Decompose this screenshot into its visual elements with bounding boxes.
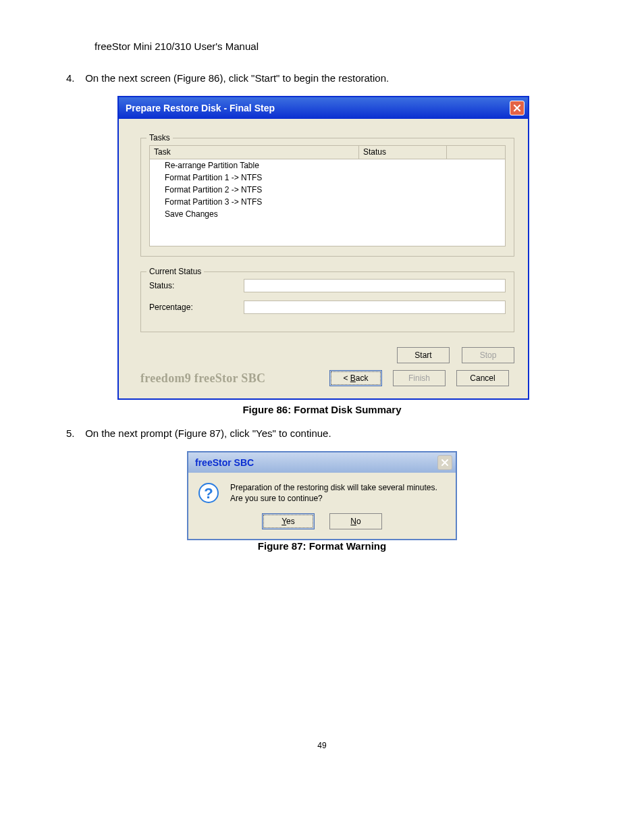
prepare-restore-dialog: Prepare Restore Disk - Final Step Tasks … bbox=[117, 96, 529, 400]
col-extra bbox=[447, 146, 505, 159]
confirm-titlebar: freeStor SBC bbox=[188, 452, 456, 473]
percentage-row: Percentage: bbox=[149, 301, 506, 314]
close-button[interactable] bbox=[437, 455, 452, 470]
tasks-group: Tasks Task Status Re-arrange Partition T… bbox=[140, 138, 514, 257]
figure-86-caption: Figure 86: Format Disk Summary bbox=[0, 404, 644, 415]
confirm-buttons: Yes No bbox=[198, 513, 446, 529]
nav-buttons: < Back Finish Cancel bbox=[329, 370, 509, 386]
task-row: Save Changes bbox=[150, 208, 505, 220]
task-row: Format Partition 3 -> NTFS bbox=[150, 196, 505, 208]
start-button[interactable]: Start bbox=[397, 347, 450, 363]
msg-line-2: Are you sure to continue? bbox=[230, 493, 437, 504]
brand-text: freedom9 freeStor SBC bbox=[140, 371, 265, 386]
page-number: 49 bbox=[0, 741, 644, 750]
step-5: 5. On the next prompt (Figure 87), click… bbox=[66, 427, 644, 439]
figure-86: Prepare Restore Disk - Final Step Tasks … bbox=[117, 96, 644, 400]
page-header: freeStor Mini 210/310 User's Manual bbox=[95, 41, 644, 52]
back-button[interactable]: < Back bbox=[329, 370, 382, 386]
back-letter: B bbox=[350, 373, 356, 383]
no-suffix: o bbox=[356, 517, 361, 526]
step-4-text: On the next screen (Figure 86), click "S… bbox=[85, 72, 389, 84]
no-letter: N bbox=[350, 517, 356, 526]
cancel-button[interactable]: Cancel bbox=[456, 370, 509, 386]
stop-button: Stop bbox=[462, 347, 514, 363]
start-stop-row: Start Stop bbox=[140, 347, 514, 363]
current-status-group: Current Status Status: Percentage: bbox=[140, 271, 514, 332]
msg-row: ? Preparation of the restoring disk will… bbox=[198, 482, 446, 504]
question-icon: ? bbox=[198, 482, 219, 504]
no-button[interactable]: No bbox=[329, 513, 382, 529]
dialog-footer: freedom9 freeStor SBC < Back Finish Canc… bbox=[140, 370, 514, 386]
step-4: 4. On the next screen (Figure 86), click… bbox=[66, 72, 644, 84]
dialog-body: Tasks Task Status Re-arrange Partition T… bbox=[119, 119, 528, 398]
confirm-body: ? Preparation of the restoring disk will… bbox=[188, 473, 456, 539]
confirm-title: freeStor SBC bbox=[195, 457, 254, 468]
task-row: Re-arrange Partition Table bbox=[150, 159, 505, 172]
status-field bbox=[244, 279, 506, 292]
col-task[interactable]: Task bbox=[150, 146, 359, 159]
yes-suffix: es bbox=[286, 517, 295, 526]
back-suffix: ack bbox=[356, 373, 369, 383]
confirm-dialog: freeStor SBC ? Preparation of the restor… bbox=[187, 451, 457, 540]
dialog-title: Prepare Restore Disk - Final Step bbox=[126, 103, 275, 113]
close-icon bbox=[441, 459, 449, 467]
task-row: Format Partition 1 -> NTFS bbox=[150, 172, 505, 184]
tasks-table-header: Task Status bbox=[150, 146, 505, 159]
step-4-number: 4. bbox=[66, 72, 82, 84]
figure-87: freeStor SBC ? Preparation of the restor… bbox=[187, 451, 644, 540]
msg-text: Preparation of the restoring disk will t… bbox=[230, 482, 437, 504]
close-icon bbox=[513, 104, 521, 112]
col-status[interactable]: Status bbox=[359, 146, 447, 159]
svg-text:?: ? bbox=[204, 485, 213, 502]
figure-87-caption: Figure 87: Format Warning bbox=[0, 540, 644, 552]
status-row: Status: bbox=[149, 279, 506, 292]
step-5-text: On the next prompt (Figure 87), click "Y… bbox=[85, 427, 331, 439]
yes-button[interactable]: Yes bbox=[262, 513, 315, 529]
close-button[interactable] bbox=[510, 101, 525, 115]
back-prefix: < bbox=[343, 373, 350, 383]
percentage-field bbox=[244, 301, 506, 314]
finish-button: Finish bbox=[393, 370, 446, 386]
task-row: Format Partition 2 -> NTFS bbox=[150, 184, 505, 196]
status-label: Status: bbox=[149, 281, 244, 290]
tasks-legend: Tasks bbox=[146, 133, 173, 142]
dialog-titlebar: Prepare Restore Disk - Final Step bbox=[119, 97, 528, 119]
tasks-table: Task Status Re-arrange Partition Table F… bbox=[149, 145, 506, 246]
step-5-number: 5. bbox=[66, 427, 82, 439]
percentage-label: Percentage: bbox=[149, 303, 244, 312]
current-status-legend: Current Status bbox=[146, 267, 204, 276]
msg-line-1: Preparation of the restoring disk will t… bbox=[230, 482, 437, 493]
